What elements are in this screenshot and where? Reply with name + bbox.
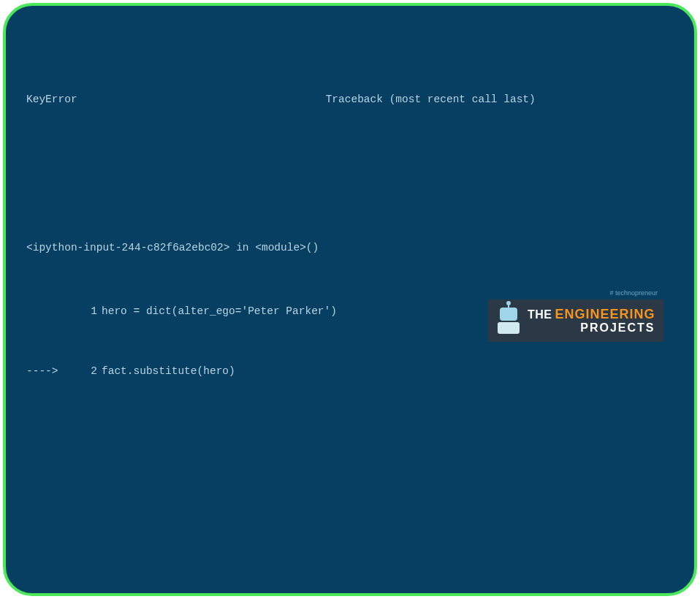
watermark-the: THE	[528, 309, 552, 321]
frame-1: ~/anaconda3/envs/tensorflow/lib/python3.…	[26, 588, 674, 596]
traceback-label: Traceback (most recent call last)	[326, 90, 536, 110]
arrow-indicator	[26, 302, 66, 322]
line-number: 2	[66, 362, 102, 382]
code-text: fact.substitute(hero)	[102, 362, 235, 382]
watermark-engineering: ENGINEERING	[555, 308, 655, 321]
watermark-tag: # technopreneur	[609, 289, 658, 297]
code-text: hero = dict(alter_ego='Peter Parker')	[102, 302, 337, 322]
robot-icon	[495, 305, 522, 337]
terminal-panel: KeyError Traceback (most recent call las…	[3, 3, 697, 596]
frame-location: <ipython-input-244-c82f6a2ebc02> in <mod…	[26, 238, 674, 259]
error-type: KeyError	[26, 90, 77, 110]
code-line: ----> 2 fact.substitute(hero)	[26, 362, 674, 382]
line-number: 1	[66, 302, 102, 322]
watermark-text: THE ENGINEERING PROJECTS	[528, 308, 655, 334]
traceback-header: KeyError Traceback (most recent call las…	[26, 90, 674, 110]
arrow-indicator: ---->	[26, 362, 66, 382]
watermark-projects: PROJECTS	[528, 322, 655, 334]
watermark-badge: # technopreneur THE ENGINEERING PROJECTS	[488, 300, 663, 342]
